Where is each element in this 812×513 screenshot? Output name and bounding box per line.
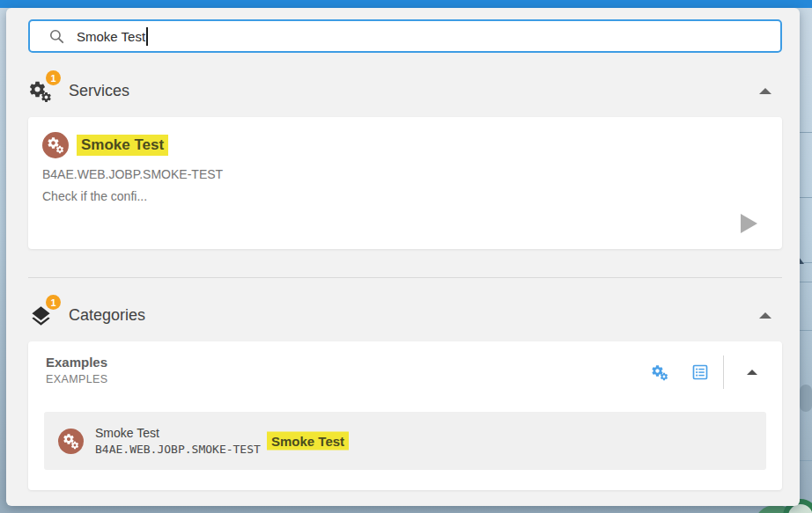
item-match-highlight: Smoke Test [267, 432, 349, 451]
category-code: EXAMPLES [46, 373, 108, 385]
category-title: Examples [46, 355, 108, 370]
service-object-icon [42, 132, 69, 158]
service-description: Check if the confi... [42, 189, 768, 203]
category-list-view-button[interactable] [691, 363, 709, 381]
item-title: Smoke Test [95, 426, 261, 440]
services-section-title: Services [69, 82, 129, 100]
categories-count-badge: 1 [46, 295, 61, 310]
actions-divider [723, 355, 724, 389]
background-table-row-line [800, 132, 812, 133]
category-card: Examples EXAMPLES [28, 341, 782, 490]
service-object-name: B4AE.WEB.JOBP.SMOKE-TEST [42, 167, 768, 181]
categories-section-title: Categories [69, 306, 145, 325]
category-titles: Examples EXAMPLES [46, 355, 108, 385]
item-object-name: B4AE.WEB.JOBP.SMOKE-TEST [95, 443, 261, 456]
service-result-card[interactable]: Smoke Test B4AE.WEB.JOBP.SMOKE-TEST Chec… [28, 117, 782, 249]
execute-service-play-icon[interactable] [741, 214, 757, 233]
top-app-bar [0, 0, 812, 8]
services-count-badge: 1 [46, 70, 61, 85]
category-item-row[interactable]: Smoke Test B4AE.WEB.JOBP.SMOKE-TEST Smok… [44, 412, 766, 470]
category-services-button[interactable] [651, 363, 670, 382]
search-value: Smoke Test [77, 29, 145, 44]
background-table-row-line [800, 460, 812, 461]
background-scrollbar-thumb[interactable] [800, 385, 812, 412]
category-collapse-chevron-icon[interactable] [747, 370, 757, 375]
background-table-row-line [800, 197, 812, 198]
background-table-row-line [800, 282, 812, 282]
categories-layers-icon: 1 [28, 301, 56, 329]
list-view-icon [691, 363, 709, 381]
categories-collapse-chevron-icon[interactable] [759, 312, 771, 319]
search-input[interactable]: Smoke Test [28, 19, 782, 53]
services-collapse-chevron-icon[interactable] [759, 88, 771, 94]
item-object-icon [58, 429, 84, 454]
section-divider [28, 277, 782, 278]
background-table-row-line [800, 330, 812, 331]
gears-icon [651, 363, 670, 382]
services-section-header[interactable]: 1 Services [28, 73, 782, 108]
screen: Smoke Test 1 Services [0, 0, 812, 513]
global-search-panel: Smoke Test 1 Services [6, 8, 800, 506]
service-result-title: Smoke Test [77, 135, 168, 156]
services-gears-icon: 1 [28, 77, 56, 105]
categories-section-header[interactable]: 1 Categories [28, 297, 782, 333]
search-icon [48, 28, 65, 45]
text-caret [146, 27, 148, 46]
